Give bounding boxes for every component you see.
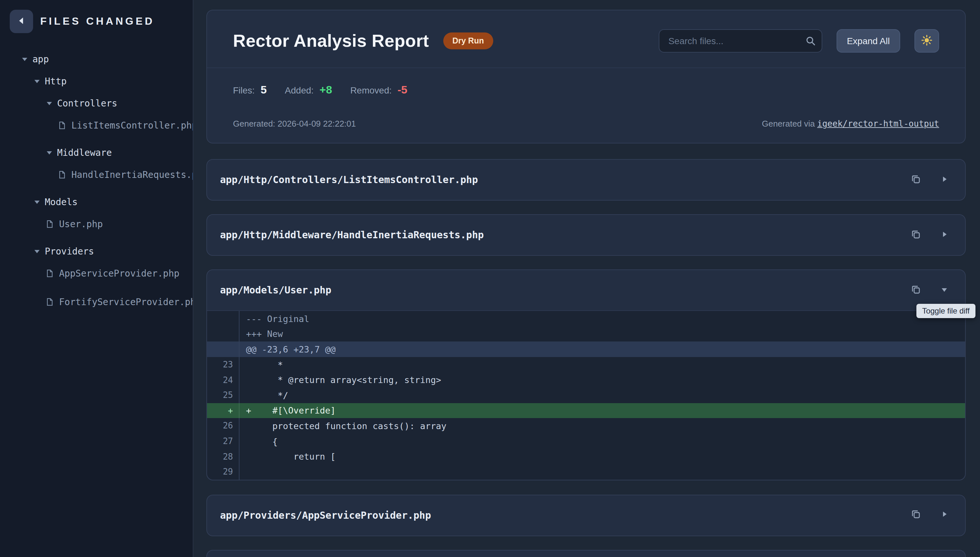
copy-icon: [910, 174, 921, 186]
file-card-header[interactable]: app/Providers/AppServiceProvider.php: [207, 495, 965, 535]
copy-path-button[interactable]: [905, 280, 926, 301]
caret-down-icon[interactable]: [33, 248, 41, 255]
diff-line: 26 protected function casts(): array: [207, 418, 965, 433]
file-path: app/Providers/AppServiceProvider.php: [220, 509, 431, 521]
tree-file-label: AppServiceProvider.php: [59, 268, 179, 278]
copy-path-button[interactable]: [905, 505, 926, 526]
caret-down-icon[interactable]: [21, 55, 29, 63]
tree-folder-middleware[interactable]: Middleware: [0, 142, 193, 164]
diff-line: 24 * @return array<string, string>: [207, 372, 965, 388]
tree-folder-label: Middleware: [57, 147, 112, 158]
diff-code: [239, 464, 246, 479]
diff-line: 23 *: [207, 357, 965, 372]
tree-folder-http[interactable]: Http: [0, 70, 193, 92]
toggle-diff-button[interactable]: [934, 225, 955, 245]
file-card-fortify-service-provider: app/Providers/FortifyServiceProvider.php: [206, 549, 966, 557]
tree-file-app-service-provider[interactable]: AppServiceProvider.php: [0, 262, 193, 284]
stat-removed-value: -5: [398, 84, 407, 97]
copy-path-button[interactable]: [905, 225, 926, 245]
tree-folder-models[interactable]: Models: [0, 191, 193, 213]
chevron-down-icon: [939, 284, 949, 296]
file-card-header[interactable]: app/Http/Middleware/HandleInertiaRequest…: [207, 215, 965, 255]
generator-link[interactable]: igeek/rector-html-output: [817, 119, 939, 129]
toggle-diff-button[interactable]: [934, 280, 955, 301]
search-input[interactable]: [659, 29, 822, 52]
file-card-user: app/Models/User.php Toggle file diff ---…: [206, 269, 966, 480]
caret-down-icon[interactable]: [46, 99, 53, 107]
copy-icon: [910, 229, 921, 241]
diff-line-original: --- Original: [207, 311, 965, 326]
diff-line: 28 return [: [207, 449, 965, 464]
diff-code: +++ New: [239, 326, 283, 342]
diff-line-number: 23: [207, 357, 239, 372]
caret-down-icon[interactable]: [46, 149, 53, 156]
tree-file-handle-inertia-requests[interactable]: HandleInertiaRequests.php: [0, 164, 193, 186]
diff-code: --- Original: [239, 311, 309, 326]
tooltip-toggle-file-diff: Toggle file diff: [917, 304, 975, 318]
file-card-header[interactable]: app/Http/Controllers/ListItemsController…: [207, 160, 965, 200]
diff-line-added: + + #[\Override]: [207, 403, 965, 418]
report-header-card: Rector Analysis Report Dry Run Expand Al…: [206, 10, 966, 143]
tree-folder-providers[interactable]: Providers: [0, 240, 193, 262]
chevron-right-icon: [939, 509, 949, 521]
file-icon: [46, 269, 54, 278]
meta-row: Generated: 2026-04-09 22:22:01 Generated…: [233, 119, 939, 129]
diff-code: protected function casts(): array: [239, 418, 447, 433]
diff-code: * @return array<string, string>: [239, 372, 441, 388]
diff-code: *: [239, 357, 283, 372]
theme-toggle-button[interactable]: [915, 29, 939, 52]
diff-line: 25 */: [207, 388, 965, 403]
tree-file-fortify-service-provider[interactable]: FortifyServiceProvider.php: [0, 291, 193, 313]
chevron-right-icon: [939, 174, 949, 186]
stat-removed: Removed: -5: [350, 84, 407, 97]
expand-all-button[interactable]: Expand All: [837, 29, 900, 52]
copy-path-button[interactable]: [905, 169, 926, 190]
diff-gutter: [207, 342, 239, 357]
caret-down-icon[interactable]: [33, 77, 41, 85]
tree-folder-controllers[interactable]: Controllers: [0, 92, 193, 114]
generated-timestamp: Generated: 2026-04-09 22:22:01: [233, 119, 356, 129]
diff-line-number: 28: [207, 449, 239, 464]
file-card-header[interactable]: app/Providers/FortifyServiceProvider.php: [207, 550, 965, 557]
stats-row: Files: 5 Added: +8 Removed: -5: [233, 84, 939, 97]
diff-line-new: +++ New: [207, 326, 965, 342]
tree-file-label: User.php: [59, 219, 103, 229]
file-path: app/Http/Middleware/HandleInertiaRequest…: [220, 229, 484, 241]
file-card-app-service-provider: app/Providers/AppServiceProvider.php: [206, 494, 966, 536]
sidebar: FILES CHANGED app Http Controllers ListI…: [0, 0, 193, 557]
sidebar-header: FILES CHANGED: [0, 0, 193, 33]
toggle-diff-button[interactable]: [934, 169, 955, 190]
chevron-right-icon: [939, 229, 949, 241]
tree-file-user[interactable]: User.php: [0, 213, 193, 235]
tree-file-list-items-controller[interactable]: ListItemsController.php: [0, 114, 193, 136]
diff-line-number: 27: [207, 434, 239, 449]
tree-folder-app[interactable]: app: [0, 48, 193, 70]
diff-line-number: 24: [207, 372, 239, 388]
diff-code: @@ -23,6 +23,7 @@: [239, 342, 336, 357]
tree-file-label: ListItemsController.php: [72, 120, 193, 130]
toggle-diff-button[interactable]: [934, 505, 955, 526]
main-content: Rector Analysis Report Dry Run Expand Al…: [193, 0, 980, 557]
file-card-header[interactable]: app/Models/User.php: [207, 270, 965, 310]
stat-removed-label: Removed:: [350, 85, 392, 95]
app-window: FILES CHANGED app Http Controllers ListI…: [0, 0, 980, 557]
file-card-handle-inertia-requests: app/Http/Middleware/HandleInertiaRequest…: [206, 214, 966, 256]
copy-icon: [910, 284, 921, 296]
stat-files-label: Files:: [233, 85, 255, 95]
diff-added-marker: +: [207, 403, 239, 418]
generated-via: Generated via igeek/rector-html-output: [762, 119, 939, 129]
sidebar-title: FILES CHANGED: [40, 16, 154, 27]
tree-folder-label: app: [33, 54, 49, 64]
sun-icon: [921, 34, 933, 48]
tree-file-label: FortifyServiceProvider.php: [59, 297, 193, 307]
diff-gutter: [207, 311, 239, 326]
file-icon: [46, 297, 54, 306]
copy-icon: [910, 509, 921, 521]
file-path: app/Models/User.php: [220, 284, 331, 296]
caret-down-icon[interactable]: [33, 198, 41, 206]
diff-hunk-header: @@ -23,6 +23,7 @@: [207, 342, 965, 357]
stat-added-value: +8: [320, 84, 332, 97]
file-icon: [58, 170, 66, 179]
back-button[interactable]: [10, 10, 33, 33]
diff-view: --- Original +++ New @@ -23,6 +23,7 @@ 2…: [207, 310, 965, 479]
